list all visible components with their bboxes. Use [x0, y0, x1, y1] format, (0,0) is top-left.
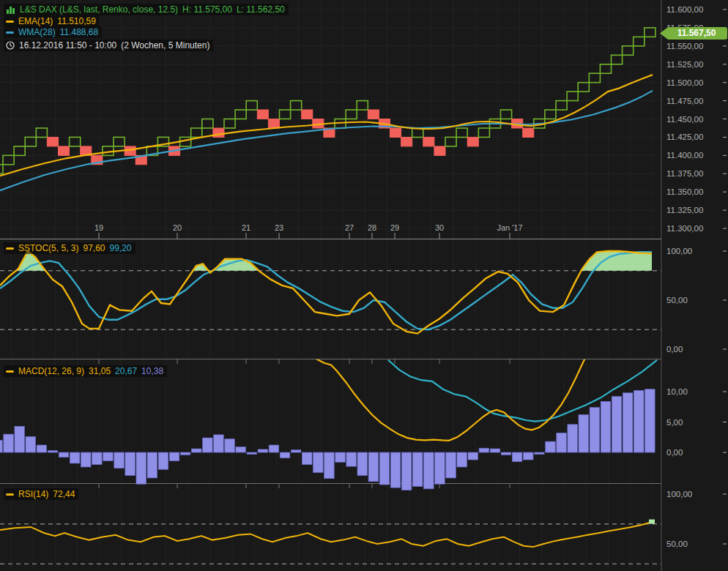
date-axis-label: 23 — [275, 223, 283, 232]
rsi-value: 72,44 — [53, 489, 75, 499]
date-axis-label: 21 — [242, 223, 250, 232]
date-axis-label: 27 — [345, 223, 354, 232]
stoch-axis-label: 100,00 — [666, 247, 692, 255]
date-axis-label: 28 — [368, 223, 376, 232]
instrument-legend[interactable]: L&S DAX (L&S, last, Renko, close, 12.5) … — [4, 4, 289, 15]
stoch-dash-icon — [6, 247, 14, 250]
macd-signal-value: 20,67 — [115, 366, 137, 376]
macd-value: 31,05 — [89, 366, 111, 376]
wma-dash-icon — [6, 31, 14, 34]
rsi-axis-label: 50,00 — [666, 540, 688, 548]
price-axis-label: 11.450,00 — [666, 115, 703, 124]
stoch-d-value: 99,20 — [110, 243, 132, 253]
price-axis-label: 11.300,00 — [666, 224, 703, 233]
macd-axis-label: 5,00 — [666, 418, 683, 427]
price-axis-label: 11.400,00 — [666, 151, 703, 160]
stoch-label: SSTOC(5, 5, 3) — [18, 243, 78, 253]
macd-hist-value: 10,38 — [141, 366, 163, 376]
price-axis-label: 11.600,00 — [666, 5, 703, 14]
date-axis-label: 20 — [173, 223, 182, 232]
instrument-chart-icon — [6, 5, 15, 15]
macd-legend[interactable]: MACD(12, 26, 9) 31,05 20,67 10,38 — [4, 365, 167, 377]
date-axis-label: 19 — [94, 223, 103, 232]
macd-label: MACD(12, 26, 9) — [18, 366, 84, 376]
last-price-tag-value: 11.567,50 — [677, 28, 716, 38]
date-axis-label: 29 — [390, 223, 399, 232]
rsi-label: RSI(14) — [18, 489, 48, 499]
price-axis-label: 11.325,00 — [666, 206, 703, 214]
ema-value: 11.510,59 — [57, 16, 96, 26]
date-axis-label: 30 — [435, 223, 444, 232]
ema-label: EMA(14) — [18, 16, 53, 26]
chart-plot-area[interactable]: 11.600,0011.575,0011.550,0011.525,0011.5… — [0, 0, 728, 571]
rsi-axis-label: 100,00 — [666, 490, 692, 499]
clock-icon — [6, 41, 15, 50]
timestamp-row: 16.12.2016 11:50 - 10:00 (2 Wochen, 5 Mi… — [4, 40, 213, 51]
price-axis-label: 11.350,00 — [666, 187, 703, 196]
macd-dash-icon — [6, 370, 14, 373]
wma-legend[interactable]: WMA(28) 11.488,68 — [4, 26, 102, 38]
price-axis-label: 11.525,00 — [666, 60, 703, 69]
instrument-title: L&S DAX (L&S, last, Renko, close, 12.5) — [20, 4, 178, 15]
ema-dash-icon — [6, 20, 14, 23]
stoch-legend[interactable]: SSTOC(5, 5, 3) 97,60 99,20 — [4, 242, 135, 254]
rsi-dash-icon — [6, 493, 14, 496]
macd-axis-label: 10,00 — [666, 387, 688, 396]
session-high: H: 11.575,00 — [182, 4, 232, 15]
stoch-axis-label: 0,00 — [666, 345, 683, 354]
price-axis-label: 11.375,00 — [666, 169, 703, 178]
chart-canvas[interactable]: 11.600,0011.575,0011.550,0011.525,0011.5… — [0, 0, 728, 571]
rsi-legend[interactable]: RSI(14) 72,44 — [4, 488, 78, 500]
stoch-axis-label: 50,00 — [666, 296, 688, 305]
stoch-k-value: 97,60 — [83, 243, 105, 253]
date-axis-label: Jan '17 — [497, 223, 522, 232]
wma-value: 11.488,68 — [60, 27, 99, 37]
ema-legend[interactable]: EMA(14) 11.510,59 — [4, 15, 100, 27]
trading-chart-window: 11.600,0011.575,0011.550,0011.525,0011.5… — [0, 0, 728, 571]
price-axis-label: 11.475,00 — [666, 97, 703, 105]
price-axis-label: 11.550,00 — [666, 42, 703, 51]
macd-axis-label: 0,00 — [666, 448, 683, 457]
price-axis-label: 11.425,00 — [666, 133, 703, 141]
rsi-last-marker — [649, 520, 655, 524]
session-low: L: 11.562,50 — [237, 4, 285, 15]
wma-label: WMA(28) — [18, 27, 56, 37]
chart-timestamp: 16.12.2016 11:50 - 10:00 — [19, 40, 116, 51]
price-axis-label: 11.500,00 — [666, 78, 703, 87]
chart-range-info: (2 Wochen, 5 Minuten) — [121, 40, 209, 51]
